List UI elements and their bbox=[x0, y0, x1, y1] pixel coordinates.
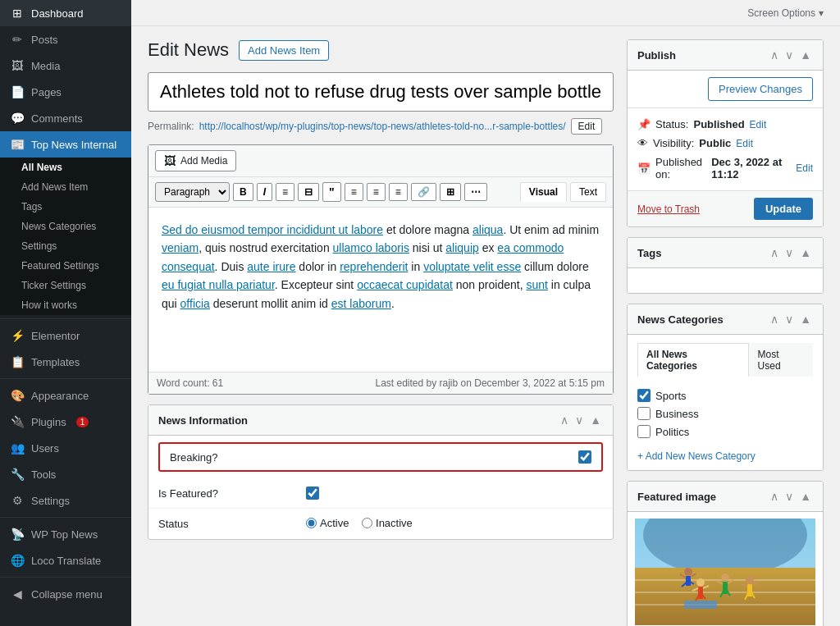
news-info-collapse-down[interactable]: ∨ bbox=[573, 412, 585, 428]
featured-img-expand[interactable]: ▲ bbox=[798, 488, 813, 505]
bold-button[interactable]: B bbox=[233, 183, 253, 201]
publish-header[interactable]: Publish ∧ ∨ ▲ bbox=[628, 40, 823, 71]
breaking-checkbox[interactable] bbox=[578, 450, 591, 464]
ul-button[interactable]: ≡ bbox=[276, 183, 294, 201]
cat-checkbox-sports[interactable] bbox=[637, 389, 651, 402]
table-button[interactable]: ⊞ bbox=[440, 183, 461, 201]
submenu-news-categories[interactable]: News Categories bbox=[0, 217, 131, 236]
align-center-button[interactable]: ≡ bbox=[367, 183, 386, 201]
sidebar-item-collapse[interactable]: ◀ Collapse menu bbox=[0, 581, 131, 607]
add-news-item-button[interactable]: Add News Item bbox=[239, 40, 329, 61]
update-button[interactable]: Update bbox=[754, 198, 813, 220]
submenu-featured-settings[interactable]: Featured Settings bbox=[0, 256, 131, 276]
cat-tab-most-used[interactable]: Most Used bbox=[749, 343, 813, 377]
submenu-ticker-settings[interactable]: Ticker Settings bbox=[0, 276, 131, 295]
submenu-all-news[interactable]: All News bbox=[0, 158, 131, 177]
sidebar-item-media[interactable]: 🖼 Media bbox=[0, 53, 131, 79]
editor-content[interactable]: Sed do eiusmod tempor incididunt ut labo… bbox=[148, 208, 613, 372]
categories-collapse-down[interactable]: ∨ bbox=[783, 311, 795, 327]
status-meta-row: 📌 Status: Published Edit bbox=[637, 115, 813, 134]
categories-collapse-up[interactable]: ∧ bbox=[769, 311, 780, 327]
cat-label-business[interactable]: Business bbox=[655, 408, 699, 420]
sidebar-item-dashboard[interactable]: ⊞ Dashboard bbox=[0, 0, 131, 26]
move-to-trash-button[interactable]: Move to Trash bbox=[637, 203, 700, 215]
featured-image-title: Featured image bbox=[637, 491, 716, 503]
sidebar-item-tools[interactable]: 🔧 Tools bbox=[0, 461, 131, 487]
preview-changes-button[interactable]: Preview Changes bbox=[708, 77, 813, 101]
screen-options-label: Screen Options bbox=[747, 7, 815, 19]
sidebar-item-loco-translate[interactable]: 🌐 Loco Translate bbox=[0, 547, 131, 573]
featured-img-collapse-down[interactable]: ∨ bbox=[783, 488, 795, 505]
sidebar-item-wp-top-news[interactable]: 📡 WP Top News bbox=[0, 521, 131, 547]
sidebar-item-settings[interactable]: ⚙ Settings bbox=[0, 487, 131, 514]
publish-collapse-up[interactable]: ∧ bbox=[769, 47, 780, 63]
publish-status-label: Status: bbox=[655, 118, 688, 130]
status-inactive-radio[interactable] bbox=[362, 518, 372, 528]
featured-image-header[interactable]: Featured image ∧ ∨ ▲ bbox=[628, 482, 823, 512]
news-information-header[interactable]: News Information ∧ ∨ ▲ bbox=[148, 405, 613, 436]
featured-image-preview[interactable] bbox=[634, 519, 816, 626]
tags-expand[interactable]: ▲ bbox=[798, 244, 813, 261]
format-select[interactable]: Paragraph bbox=[155, 182, 230, 202]
permalink-url[interactable]: http://localhost/wp/my-plugins/top-news/… bbox=[199, 121, 566, 132]
submenu-tags[interactable]: Tags bbox=[0, 197, 131, 217]
svg-point-19 bbox=[746, 576, 754, 584]
elementor-icon: ⚡ bbox=[10, 329, 25, 342]
news-title-input[interactable] bbox=[148, 72, 614, 112]
cat-label-sports[interactable]: Sports bbox=[655, 390, 687, 402]
cat-checkbox-politics[interactable] bbox=[637, 425, 651, 438]
news-info-collapse-up[interactable]: ∧ bbox=[559, 412, 570, 428]
cat-checkbox-business[interactable] bbox=[637, 407, 651, 420]
sidebar-label-comments: Comments bbox=[31, 112, 83, 125]
news-info-expand[interactable]: ▲ bbox=[588, 412, 603, 428]
tags-collapse-down[interactable]: ∨ bbox=[783, 244, 795, 261]
sidebar-item-top-news-internal[interactable]: 📰 Top News Internal bbox=[0, 131, 131, 158]
tab-text[interactable]: Text bbox=[570, 182, 606, 202]
link-button[interactable]: 🔗 bbox=[411, 183, 436, 201]
sidebar-item-plugins[interactable]: 🔌 Plugins 1 bbox=[0, 409, 131, 435]
permalink-edit-button[interactable]: Edit bbox=[571, 118, 603, 135]
more-options-button[interactable]: ⋯ bbox=[464, 183, 487, 201]
tags-collapse-up[interactable]: ∧ bbox=[769, 244, 780, 261]
align-left-button[interactable]: ≡ bbox=[345, 183, 363, 201]
sidebar-label-dashboard: Dashboard bbox=[31, 7, 84, 20]
status-active-label[interactable]: Active bbox=[306, 517, 349, 529]
status-inactive-label[interactable]: Inactive bbox=[362, 517, 413, 529]
news-information-box: News Information ∧ ∨ ▲ Breaking? bbox=[148, 404, 614, 540]
last-edited: Last edited by rajib on December 3, 2022… bbox=[375, 377, 605, 389]
sidebar-item-pages[interactable]: 📄 Pages bbox=[0, 79, 131, 105]
align-right-button[interactable]: ≡ bbox=[389, 183, 408, 201]
cat-tab-all[interactable]: All News Categories bbox=[637, 343, 749, 377]
status-active-radio[interactable] bbox=[306, 518, 317, 528]
sidebar-item-elementor[interactable]: ⚡ Elementor bbox=[0, 322, 131, 349]
sidebar-item-templates[interactable]: 📋 Templates bbox=[0, 349, 131, 375]
tab-visual[interactable]: Visual bbox=[520, 182, 567, 202]
sidebar-submenu-top-news: All News Add News Item Tags News Categor… bbox=[0, 158, 131, 315]
tags-header[interactable]: Tags ∧ ∨ ▲ bbox=[628, 238, 823, 268]
add-media-button[interactable]: 🖼 Add Media bbox=[155, 150, 236, 171]
publish-status-edit-link[interactable]: Edit bbox=[750, 119, 767, 130]
publish-date-edit-link[interactable]: Edit bbox=[796, 162, 813, 174]
categories-expand[interactable]: ▲ bbox=[798, 311, 813, 327]
featured-img-collapse-up[interactable]: ∧ bbox=[769, 488, 780, 505]
publish-visibility-edit-link[interactable]: Edit bbox=[736, 138, 753, 149]
ol-button[interactable]: ⊟ bbox=[298, 183, 319, 201]
italic-button[interactable]: I bbox=[257, 183, 272, 201]
sidebar-item-posts[interactable]: ✏ Posts bbox=[0, 26, 131, 53]
submenu-settings[interactable]: Settings bbox=[0, 236, 131, 256]
page-header: Edit News Add News Item bbox=[148, 39, 614, 61]
submenu-how-it-works[interactable]: How it works bbox=[0, 295, 131, 315]
sidebar-item-appearance[interactable]: 🎨 Appearance bbox=[0, 382, 131, 409]
categories-header[interactable]: News Categories ∧ ∨ ▲ bbox=[628, 304, 823, 335]
blockquote-button[interactable]: " bbox=[322, 182, 341, 202]
screen-options-button[interactable]: Screen Options ▾ bbox=[747, 7, 824, 19]
sidebar-item-comments[interactable]: 💬 Comments bbox=[0, 105, 131, 131]
is-featured-checkbox[interactable] bbox=[306, 487, 319, 500]
add-new-category-link[interactable]: + Add New News Category bbox=[637, 450, 813, 462]
submenu-add-news-item[interactable]: Add News Item bbox=[0, 177, 131, 197]
publish-expand[interactable]: ▲ bbox=[798, 47, 813, 63]
sidebar-item-users[interactable]: 👥 Users bbox=[0, 435, 131, 461]
submenu-label-all-news: All News bbox=[21, 162, 62, 173]
publish-collapse-down[interactable]: ∨ bbox=[783, 47, 795, 63]
cat-label-politics[interactable]: Politics bbox=[655, 426, 689, 438]
